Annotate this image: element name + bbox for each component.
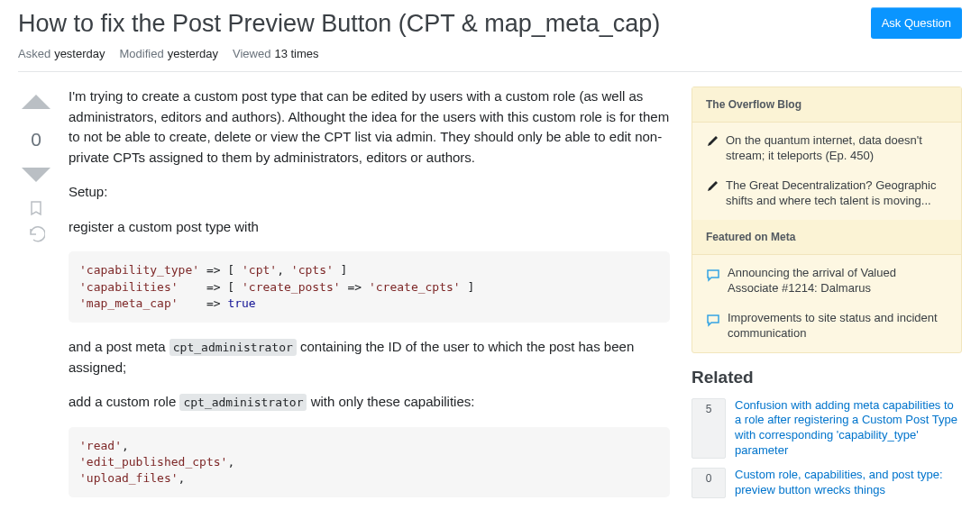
related-link[interactable]: Confusion with adding meta capabilities … <box>735 398 962 460</box>
vote-score: 0 <box>31 129 41 150</box>
overflow-blog-widget: The Overflow Blog On the quantum interne… <box>691 86 962 352</box>
inline-code: cpt_administrator <box>179 394 307 411</box>
asked-label: Asked <box>18 47 50 60</box>
code-block: 'capability_type' => [ 'cpt', 'cpts' ] '… <box>69 251 670 323</box>
related-score: 0 <box>691 468 726 498</box>
meta-item[interactable]: Announcing the arrival of Valued Associa… <box>692 259 961 304</box>
inline-code: cpt_administrator <box>169 339 297 356</box>
upvote-button[interactable] <box>20 86 52 122</box>
speech-bubble-icon <box>706 268 720 296</box>
widget-header: Featured on Meta <box>692 220 961 255</box>
related-score: 5 <box>691 398 726 460</box>
post-paragraph: register a custom post type with <box>69 217 670 238</box>
post-body: I'm trying to create a custom post type … <box>69 86 670 512</box>
question-meta: Askedyesterday Modifiedyesterday Viewed1… <box>18 47 962 72</box>
meta-item[interactable]: Improvements to site status and incident… <box>692 304 961 349</box>
post-paragraph: add a custom role cpt_administrator with… <box>69 392 670 413</box>
related-item: 5 Confusion with adding meta capabilitie… <box>691 398 962 460</box>
related-link[interactable]: Custom role, capabilities, and post type… <box>735 468 962 498</box>
bookmark-icon[interactable] <box>28 200 44 219</box>
blog-item[interactable]: On the quantum internet, data doesn't st… <box>692 126 961 171</box>
post-paragraph: I'm trying to create a custom post type … <box>69 86 670 168</box>
viewed-label: Viewed <box>233 47 270 60</box>
history-icon[interactable] <box>28 226 45 245</box>
blog-item[interactable]: The Great Decentralization? Geographic s… <box>692 171 961 216</box>
post-paragraph: and a post meta cpt_administrator contai… <box>69 337 670 378</box>
question-title: How to fix the Post Preview Button (CPT … <box>18 7 660 40</box>
related-item: 0 Custom role, capabilities, and post ty… <box>691 468 962 498</box>
modified-label: Modified <box>120 47 164 60</box>
pencil-icon <box>706 180 719 209</box>
downvote-button[interactable] <box>20 158 52 193</box>
viewed-value: 13 times <box>274 47 318 60</box>
widget-header: The Overflow Blog <box>692 87 961 123</box>
related-heading: Related <box>691 368 962 387</box>
pencil-icon <box>706 135 719 164</box>
ask-question-button[interactable]: Ask Question <box>871 7 962 39</box>
asked-value: yesterday <box>54 47 105 60</box>
code-block: 'read', 'edit_published_cpts', 'upload_f… <box>69 427 670 498</box>
post-paragraph: Setup: <box>69 182 670 203</box>
speech-bubble-icon <box>706 313 720 341</box>
modified-value: yesterday <box>168 47 218 60</box>
